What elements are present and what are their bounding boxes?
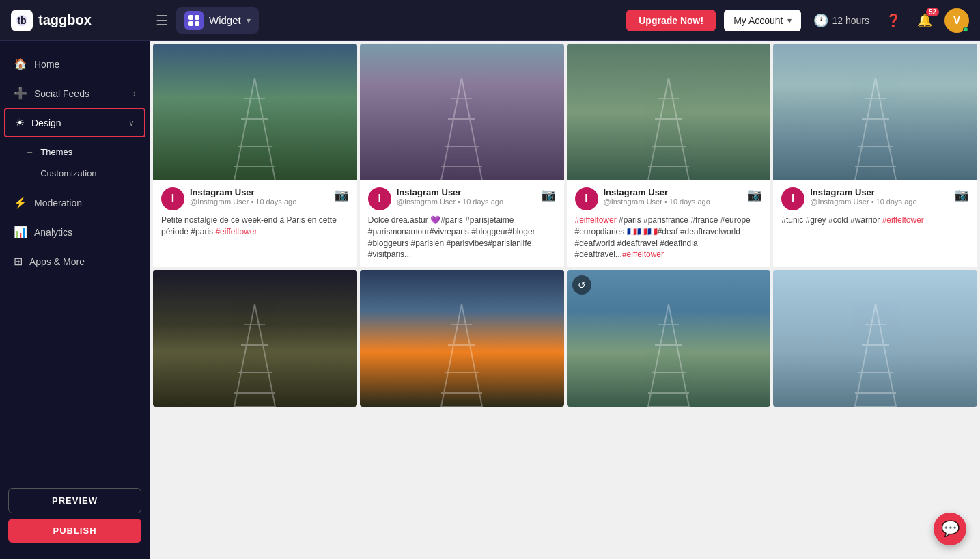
hours-label: 12 hours: [832, 15, 869, 26]
avatar-letter: V: [953, 14, 961, 27]
design-icon: ☀: [15, 116, 25, 129]
hashtag-text: #eiffeltower: [575, 215, 617, 225]
hours-button[interactable]: 🕐 12 hours: [809, 9, 873, 32]
sidebar-item-analytics[interactable]: 📊 Analytics: [0, 217, 150, 247]
sidebar-item-home[interactable]: 🏠 Home: [0, 49, 150, 79]
svg-marker-22: [855, 78, 896, 180]
widget-label: Widget: [209, 14, 241, 26]
user-avatar-4: I: [781, 187, 804, 210]
card-text-1: Petite nostalgie de ce week-end à Paris …: [161, 215, 349, 238]
svg-rect-4: [195, 15, 199, 20]
user-info-1: Instagram User @Instagram User • 10 days…: [190, 187, 328, 206]
clock-icon: 🕐: [813, 13, 828, 28]
posts-grid: I Instagram User @Instagram User • 10 da…: [150, 41, 980, 409]
sidebar-moderation-label: Moderation: [34, 197, 136, 208]
handle-1: @Instagram User • 10 days ago: [190, 197, 328, 206]
my-account-button[interactable]: My Account ▾: [724, 10, 800, 31]
post-card-1: I Instagram User @Instagram User • 10 da…: [153, 44, 357, 267]
svg-marker-17: [648, 78, 689, 180]
content-area: I Instagram User @Instagram User • 10 da…: [150, 41, 980, 559]
sidebar-social-feeds-label: Social Feeds: [34, 88, 126, 99]
post-card-8: [773, 270, 977, 407]
widget-chevron-icon: ▾: [247, 16, 251, 25]
help-icon: ❓: [886, 13, 901, 28]
design-chevron-icon: ∨: [128, 118, 135, 128]
user-avatar-2: I: [368, 187, 391, 210]
sidebar-item-themes[interactable]: – Themes: [0, 141, 150, 163]
instagram-icon-1: 📷: [334, 187, 349, 202]
logo-text: taggbox: [38, 12, 92, 28]
retweet-icon: ↺: [572, 275, 591, 295]
my-account-chevron-icon: ▾: [787, 16, 792, 25]
header: tb taggbox ☰ Widget ▾ Upgrade Now! My Ac…: [0, 0, 980, 41]
svg-text:tb: tb: [17, 15, 26, 26]
sidebar-themes-label: Themes: [40, 147, 72, 157]
publish-button[interactable]: PUBLISH: [8, 519, 141, 543]
handle-3: @Instagram User • 10 days ago: [604, 197, 742, 206]
sidebar-item-apps-more[interactable]: ⊞ Apps & More: [0, 247, 150, 276]
menu-icon[interactable]: ☰: [156, 12, 168, 29]
instagram-icon-4: 📷: [954, 187, 969, 202]
home-icon: 🏠: [14, 57, 27, 70]
sidebar-item-design[interactable]: ☀ Design ∨: [4, 108, 145, 137]
sidebar: 🏠 Home ➕ Social Feeds › ☀ Design ∨ – The…: [0, 41, 150, 559]
moderation-icon: ⚡: [14, 196, 27, 209]
instagram-icon-2: 📷: [541, 187, 556, 202]
svg-rect-5: [188, 21, 193, 26]
username-3: Instagram User: [604, 187, 742, 197]
username-1: Instagram User: [190, 187, 328, 197]
post-card-5: [153, 270, 357, 407]
user-avatar-3: I: [575, 187, 598, 210]
sidebar-customization-label: Customization: [40, 168, 96, 178]
hashtag-text: #eiffeltower: [215, 227, 257, 236]
chat-icon: 💬: [941, 520, 960, 538]
post-card-3: I Instagram User @Instagram User • 10 da…: [567, 44, 771, 267]
chat-button[interactable]: 💬: [934, 513, 966, 545]
svg-marker-12: [441, 78, 482, 180]
help-button[interactable]: ❓: [882, 9, 905, 32]
card-text-3: #eiffeltower #paris #parisfrance #france…: [575, 215, 763, 260]
sidebar-apps-more-label: Apps & More: [29, 256, 136, 267]
handle-2: @Instagram User • 10 days ago: [397, 197, 535, 206]
user-avatar[interactable]: V: [944, 8, 969, 33]
hashtag-text: #eiffeltower: [882, 215, 924, 225]
widget-selector[interactable]: Widget ▾: [176, 7, 259, 34]
card-text-4: #tunic #grey #cold #warrior #eiffeltower: [781, 215, 969, 226]
widget-icon: [184, 11, 204, 30]
post-card-2: I Instagram User @Instagram User • 10 da…: [360, 44, 564, 267]
svg-rect-6: [195, 21, 199, 26]
sidebar-item-customization[interactable]: – Customization: [0, 163, 150, 184]
svg-marker-7: [234, 78, 275, 180]
svg-marker-32: [441, 304, 482, 407]
handle-4: @Instagram User • 10 days ago: [810, 197, 949, 206]
analytics-icon: 📊: [14, 226, 27, 238]
apps-more-icon: ⊞: [14, 255, 23, 268]
post-card-4: I Instagram User @Instagram User • 10 da…: [773, 44, 977, 267]
user-avatar-1: I: [161, 187, 184, 210]
sidebar-analytics-label: Analytics: [34, 227, 136, 238]
sidebar-design-label: Design: [31, 118, 122, 128]
sidebar-item-moderation[interactable]: ⚡ Moderation: [0, 188, 150, 217]
user-info-4: Instagram User @Instagram User • 10 days…: [810, 187, 949, 206]
svg-marker-42: [855, 304, 896, 407]
online-indicator: [963, 27, 968, 32]
notifications-button[interactable]: 🔔 52: [913, 9, 936, 32]
my-account-label: My Account: [733, 15, 783, 26]
logo: tb taggbox: [11, 10, 148, 31]
upgrade-button[interactable]: Upgrade Now!: [626, 10, 716, 31]
username-4: Instagram User: [810, 187, 949, 197]
svg-marker-37: [648, 304, 689, 407]
social-feeds-chevron-icon: ›: [133, 89, 136, 98]
design-submenu: – Themes – Customization: [0, 137, 150, 188]
username-2: Instagram User: [397, 187, 535, 197]
post-card-7: ↺: [567, 270, 771, 407]
sidebar-item-social-feeds[interactable]: ➕ Social Feeds ›: [0, 79, 150, 108]
logo-icon: tb: [11, 10, 33, 31]
post-card-6: [360, 270, 564, 407]
svg-marker-27: [234, 304, 275, 407]
notification-badge: 52: [926, 8, 939, 16]
svg-rect-3: [188, 15, 193, 20]
themes-dash: –: [27, 147, 32, 157]
preview-button[interactable]: PREVIEW: [8, 488, 141, 513]
instagram-icon-3: 📷: [747, 187, 762, 202]
